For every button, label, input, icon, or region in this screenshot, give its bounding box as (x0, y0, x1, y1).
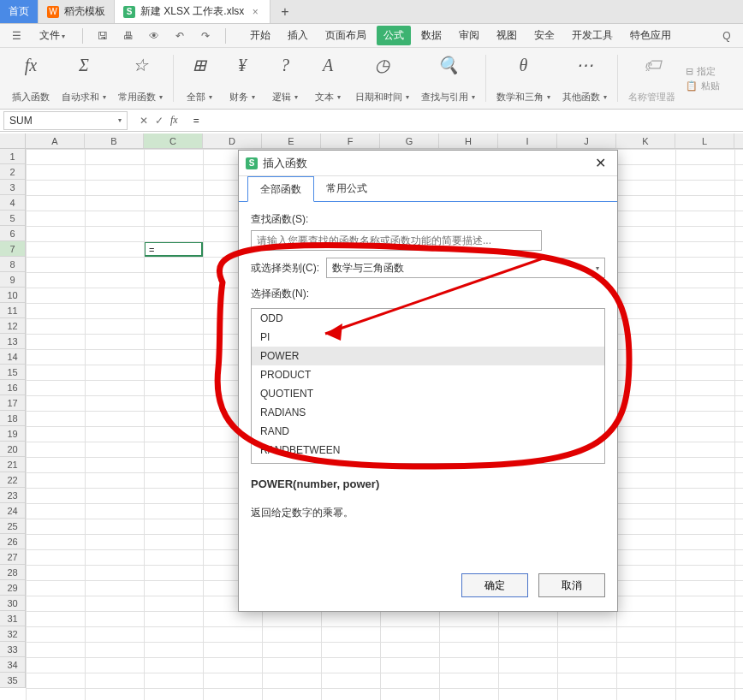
ribbon-text[interactable]: A 文本▾ (307, 51, 348, 105)
row-header[interactable]: 7 (0, 241, 25, 257)
col-header[interactable]: J (557, 133, 616, 148)
row-header[interactable]: 1 (0, 149, 25, 164)
row-header[interactable]: 18 (0, 411, 25, 426)
menu-insert[interactable]: 插入 (281, 26, 315, 45)
dialog-tab-common[interactable]: 常用公式 (314, 176, 379, 201)
list-item[interactable]: PRODUCT (252, 365, 604, 384)
row-header[interactable]: 35 (0, 673, 25, 688)
menu-data[interactable]: 数据 (414, 26, 449, 45)
row-header[interactable]: 32 (0, 626, 25, 642)
list-item[interactable]: QUOTIENT (252, 384, 604, 403)
list-item[interactable]: RAND (252, 422, 604, 441)
row-header[interactable]: 26 (0, 534, 25, 549)
formula-input[interactable]: = (187, 110, 743, 131)
fx-button-icon[interactable]: fx (170, 114, 178, 127)
redo-icon[interactable]: ↷ (196, 27, 215, 45)
undo-icon[interactable]: ↶ (170, 27, 189, 45)
row-header[interactable]: 4 (0, 195, 25, 211)
row-header[interactable]: 27 (0, 549, 25, 565)
row-header[interactable]: 12 (0, 318, 25, 334)
hamburger-icon[interactable]: ☰ (7, 27, 26, 45)
col-header[interactable]: D (203, 133, 262, 148)
row-header[interactable]: 15 (0, 365, 25, 380)
row-header[interactable]: 3 (0, 180, 25, 195)
row-header[interactable]: 11 (0, 303, 25, 318)
list-item[interactable]: RANDBETWEEN (252, 441, 604, 460)
accept-formula-icon[interactable]: ✓ (155, 115, 163, 127)
row-header[interactable]: 10 (0, 288, 25, 303)
col-header[interactable]: B (85, 133, 144, 148)
row-header[interactable]: 5 (0, 211, 25, 226)
col-header[interactable]: H (439, 133, 498, 148)
ribbon-finance[interactable]: ¥ 财务▾ (222, 51, 263, 105)
ribbon-autosum[interactable]: Σ 自动求和▾ (56, 51, 111, 105)
row-header[interactable]: 28 (0, 565, 25, 580)
list-item[interactable]: ODD (252, 309, 604, 328)
row-header[interactable]: 34 (0, 657, 25, 673)
list-item[interactable]: PI (252, 328, 604, 347)
menu-special[interactable]: 特色应用 (623, 26, 678, 45)
ribbon-datetime[interactable]: ◷ 日期和时间▾ (350, 51, 414, 105)
menu-review[interactable]: 审阅 (452, 26, 486, 45)
ribbon-other-fn[interactable]: ⋯ 其他函数▾ (557, 51, 612, 105)
ok-button[interactable]: 确定 (461, 573, 528, 597)
menu-view[interactable]: 视图 (490, 26, 524, 45)
col-header[interactable]: A (26, 133, 85, 148)
menu-security[interactable]: 安全 (527, 26, 562, 45)
ribbon-common-fn[interactable]: ☆ 常用函数▾ (113, 51, 168, 105)
menu-dev[interactable]: 开发工具 (565, 26, 620, 45)
preview-icon[interactable]: 👁 (145, 27, 163, 45)
col-header[interactable]: F (321, 133, 380, 148)
list-item[interactable]: RADIANS (252, 403, 604, 422)
row-header[interactable]: 17 (0, 395, 25, 411)
col-header[interactable]: C (144, 133, 203, 148)
row-header[interactable]: 29 (0, 580, 25, 596)
menu-formula[interactable]: 公式 (377, 26, 411, 45)
add-tab-button[interactable]: + (270, 0, 299, 23)
row-header[interactable]: 6 (0, 226, 25, 241)
chevron-down-icon[interactable]: ▾ (118, 116, 122, 124)
search-icon[interactable]: Q (717, 27, 736, 45)
col-header[interactable]: G (380, 133, 439, 148)
search-function-input[interactable] (251, 230, 542, 251)
file-menu[interactable]: 文件▾ (33, 26, 72, 45)
row-header[interactable]: 33 (0, 642, 25, 657)
tab-workbook[interactable]: S 新建 XLSX 工作表.xlsx × (115, 0, 270, 23)
row-header[interactable]: 31 (0, 611, 25, 626)
ribbon-logic[interactable]: ? 逻辑▾ (265, 51, 306, 105)
row-header[interactable]: 30 (0, 596, 25, 611)
row-header[interactable]: 8 (0, 257, 25, 272)
col-header[interactable]: L (675, 133, 734, 148)
menu-layout[interactable]: 页面布局 (318, 26, 373, 45)
close-icon[interactable]: × (249, 6, 261, 18)
col-header[interactable]: I (498, 133, 557, 148)
col-header[interactable]: E (262, 133, 321, 148)
list-item[interactable]: POWER (252, 347, 604, 365)
row-header[interactable]: 13 (0, 334, 25, 349)
row-header[interactable]: 24 (0, 503, 25, 519)
row-header[interactable]: 22 (0, 472, 25, 488)
cancel-formula-icon[interactable]: ✕ (140, 115, 148, 127)
ribbon-all-fn[interactable]: ⊞ 全部▾ (179, 51, 220, 105)
name-box[interactable]: SUM ▾ (3, 111, 128, 130)
tab-home[interactable]: 首页 (0, 0, 39, 23)
row-header[interactable]: 19 (0, 426, 25, 442)
row-header[interactable]: 21 (0, 457, 25, 472)
tab-template[interactable]: W 稻壳模板 (39, 0, 115, 23)
row-header[interactable]: 16 (0, 380, 25, 395)
save-icon[interactable]: 🖫 (93, 27, 112, 45)
row-header[interactable]: 20 (0, 442, 25, 457)
dialog-titlebar[interactable]: S 插入函数 ✕ (239, 151, 617, 176)
print-icon[interactable]: 🖶 (119, 27, 138, 45)
menu-start[interactable]: 开始 (243, 26, 277, 45)
select-all-corner[interactable] (0, 133, 26, 149)
row-header[interactable]: 2 (0, 164, 25, 180)
ribbon-lookup[interactable]: 🔍 查找与引用▾ (416, 51, 480, 105)
row-header[interactable]: 25 (0, 519, 25, 534)
ribbon-insert-function[interactable]: fx 插入函数 (7, 51, 55, 105)
function-listbox[interactable]: ODDPIPOWERPRODUCTQUOTIENTRADIANSRANDRAND… (251, 308, 605, 464)
active-cell[interactable]: = (144, 241, 203, 257)
dialog-close-button[interactable]: ✕ (590, 153, 610, 174)
row-header[interactable]: 14 (0, 349, 25, 365)
col-header[interactable]: K (616, 133, 675, 148)
